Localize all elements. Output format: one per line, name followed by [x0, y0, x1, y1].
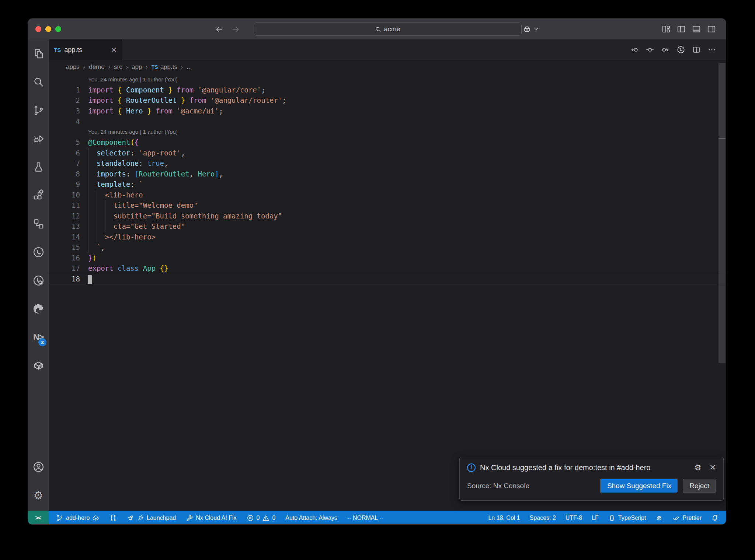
status-item-indentation[interactable]: Spaces: 2	[530, 515, 556, 521]
activity-settings[interactable]: ⚙	[28, 481, 49, 510]
activity-edge-browser[interactable]	[28, 295, 49, 323]
breadcrumb-item[interactable]: app	[132, 63, 142, 71]
minimize-window-button[interactable]	[45, 26, 51, 32]
activity-testing[interactable]	[28, 153, 49, 181]
braces-icon: {}	[608, 514, 616, 522]
line-number: 7	[49, 159, 88, 167]
line-number: 1	[49, 86, 88, 94]
code-line: 16})	[49, 253, 726, 263]
code-line: 11 title="Welcmoe demo"	[49, 200, 726, 211]
customize-layout-icon[interactable]	[661, 24, 671, 34]
copilot-menu[interactable]	[522, 24, 539, 34]
activity-accounts[interactable]	[28, 453, 49, 481]
remote-indicator[interactable]: ><	[28, 511, 49, 525]
line-number: 14	[49, 233, 88, 241]
status-item-encoding[interactable]: UTF-8	[566, 515, 582, 521]
breadcrumb-item[interactable]: apps	[66, 63, 80, 71]
code-line: 14 ></lib-hero>	[49, 232, 726, 242]
status-item-auto-attach[interactable]: Auto Attach: Always	[285, 515, 337, 521]
search-icon	[32, 76, 45, 88]
status-bar: >< add-heroLaunchpadNx Cloud AI Fix00Aut…	[28, 511, 726, 525]
gitlens-icon	[32, 246, 45, 258]
activity-containers[interactable]	[28, 351, 49, 380]
panel-bottom-icon[interactable]	[692, 24, 701, 34]
activity-gitlens[interactable]	[28, 238, 49, 266]
breadcrumb-item[interactable]: src	[114, 63, 122, 71]
code-line: 9 template: `	[49, 179, 726, 190]
typescript-file-icon: TS	[54, 47, 61, 53]
breadcrumb-item[interactable]: ...	[187, 63, 192, 71]
nav-back-action-icon[interactable]	[630, 45, 639, 54]
editor-group: TS app.ts ✕ apps›demo›src›app›TSapp.ts›.…	[49, 39, 726, 511]
warning-icon	[262, 514, 269, 522]
status-item-launchpad[interactable]: Launchpad	[127, 514, 176, 522]
container-icon	[32, 360, 45, 372]
panel-left-icon[interactable]	[676, 24, 686, 34]
line-number: 2	[49, 96, 88, 104]
info-icon: i	[467, 463, 476, 472]
codelens[interactable]: You, 24 minutes ago | 1 author (You)	[49, 127, 726, 137]
show-suggested-fix-button[interactable]: Show Suggested Fix	[600, 479, 678, 493]
code-line: 4	[49, 116, 726, 127]
nav-forward-button[interactable]	[230, 24, 241, 34]
status-item-compare-branches[interactable]	[109, 514, 117, 522]
split-editor-action-icon[interactable]	[692, 45, 701, 54]
more-action-icon[interactable]	[707, 45, 716, 54]
line-number: 4	[49, 117, 88, 125]
status-item-copilot[interactable]	[655, 514, 663, 522]
code-line: 17export class App {}	[49, 263, 726, 274]
status-item-notifications-bell[interactable]	[711, 514, 719, 522]
status-item-problems[interactable]: 00	[247, 514, 276, 522]
code-line: 18	[49, 274, 726, 284]
panel-right-icon[interactable]	[707, 24, 716, 34]
files-icon	[32, 48, 45, 60]
activity-gitlens-inspect[interactable]	[28, 266, 49, 295]
command-center-search[interactable]: acme	[254, 22, 522, 36]
copilot-icon	[655, 514, 663, 522]
status-item-cursor-position[interactable]: Ln 18, Col 1	[488, 515, 520, 521]
notification-settings-icon[interactable]: ⚙	[695, 463, 702, 472]
nx-badge: 3	[38, 338, 46, 346]
status-item-formatter[interactable]: Prettier	[672, 514, 702, 522]
gitlens-small-action-icon[interactable]	[676, 45, 685, 54]
layout-controls	[661, 24, 716, 34]
activity-hierarchy[interactable]	[28, 210, 49, 238]
indent-guide	[97, 190, 97, 242]
zoom-window-button[interactable]	[55, 26, 61, 32]
nav-forward-action-icon[interactable]	[661, 45, 670, 54]
tab-app-ts[interactable]: TS app.ts ✕	[49, 39, 122, 60]
activity-search[interactable]	[28, 68, 49, 96]
line-number: 11	[49, 201, 88, 209]
breadcrumb: apps›demo›src›app›TSapp.ts›...	[49, 60, 726, 74]
code-line: 2import { RouterOutlet } from '@angular/…	[49, 95, 726, 106]
line-number: 5	[49, 138, 88, 146]
activity-explorer[interactable]	[28, 39, 49, 68]
line-number: 8	[49, 170, 88, 178]
breadcrumb-item[interactable]: demo	[89, 63, 105, 71]
breadcrumb-item[interactable]: TSapp.ts	[152, 63, 177, 71]
nav-back-button[interactable]	[214, 24, 224, 34]
editor-scrollbar[interactable]	[719, 63, 726, 363]
status-item-nx-cloud-ai-fix[interactable]: Nx Cloud AI Fix	[186, 514, 236, 522]
plug-icon	[137, 514, 144, 522]
activity-run-debug[interactable]	[28, 125, 49, 153]
notification-close-icon[interactable]: ✕	[709, 463, 716, 472]
close-window-button[interactable]	[35, 26, 41, 32]
line-number: 17	[49, 264, 88, 272]
activity-extensions[interactable]	[28, 181, 49, 210]
code-editor[interactable]: You, 24 minutes ago | 1 author (You)1imp…	[49, 74, 726, 511]
status-item-eol[interactable]: LF	[592, 515, 599, 521]
copilot-icon	[522, 24, 532, 34]
close-tab-icon[interactable]: ✕	[111, 46, 117, 54]
status-item-language-mode[interactable]: {}TypeScript	[608, 514, 646, 522]
status-item-vim-mode[interactable]: -- NORMAL --	[347, 515, 383, 521]
activity-source-control[interactable]	[28, 96, 49, 125]
breadcrumb-separator-icon: ›	[83, 64, 85, 70]
activity-nx-console[interactable]: N>3	[28, 323, 49, 351]
reject-button[interactable]: Reject	[683, 479, 716, 493]
breadcrumb-separator-icon: ›	[126, 64, 128, 70]
status-item-branch-publish[interactable]: add-hero	[56, 514, 100, 522]
nav-dash-action-icon[interactable]	[646, 45, 654, 54]
code-line: 13 cta="Get Started"	[49, 221, 726, 232]
codelens[interactable]: You, 24 minutes ago | 1 author (You)	[49, 74, 726, 85]
